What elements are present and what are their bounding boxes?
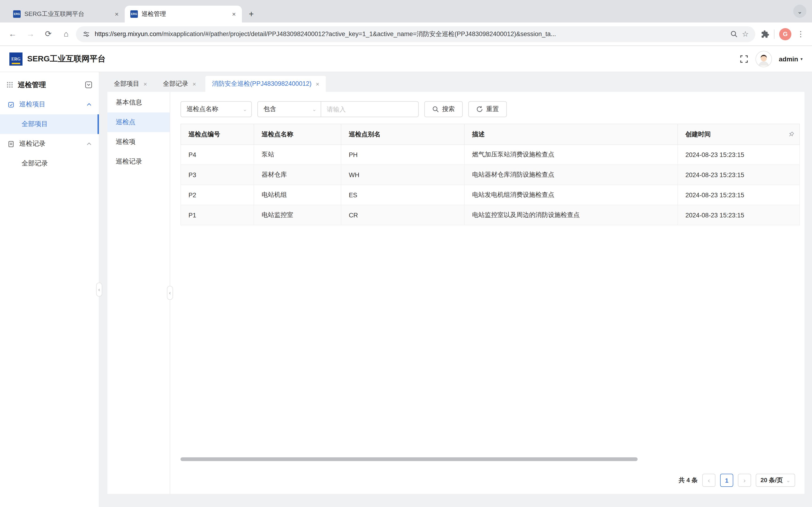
filter-field-value: 巡检点名称 [186,105,218,113]
panel-toggle-icon[interactable] [85,81,92,89]
browser-toolbar: ← → ⟳ ⌂ https://serg.mixyun.com/mixappli… [0,22,812,46]
toolbar-divider [774,29,774,39]
browser-tab-title: 巡检管理 [142,10,226,18]
workspace-tab-label: 全部项目 [114,80,139,88]
user-avatar[interactable] [755,50,772,67]
cell-point-code: P4 [181,145,254,165]
filter-operator-value: 包含 [264,105,276,113]
column-header[interactable]: 巡检点编号 [181,124,254,145]
column-header[interactable]: 描述 [465,124,678,145]
sidebar-collapse-handle[interactable]: ‹ [96,283,102,297]
address-bar[interactable]: https://serg.mixyun.com/mixapplication/#… [76,26,755,42]
cell-point-name: 器材仓库 [254,165,341,185]
lens-search-icon[interactable] [730,31,737,38]
cell-description: 电站发电机组消费设施检查点 [465,185,678,205]
home-icon[interactable]: ⌂ [58,26,74,42]
subnav-item-inspection-items[interactable]: 巡检项 [107,132,170,152]
tab-search-icon[interactable]: ⌄ [793,5,806,18]
fullscreen-icon[interactable] [739,54,749,63]
browser-tab-title: SERG工业互联网平台 [24,10,109,18]
screen: ERG SERG工业互联网平台 × ERG 巡检管理 × + ⌄ ← → ⟳ ⌂… [0,0,812,507]
cell-created-time: 2024-08-23 15:23:15 [678,165,800,185]
url-text[interactable]: https://serg.mixyun.com/mixapplication/#… [95,30,725,38]
search-button-label: 搜索 [442,105,455,113]
admin-menu[interactable]: admin ▾ [779,55,803,63]
browser-menu-icon[interactable]: ⋮ [796,30,805,39]
subnav-item-inspection-points[interactable]: 巡检点 [107,112,170,132]
new-tab-button[interactable]: + [245,7,258,20]
sidebar-group-label: 巡检记录 [19,139,46,148]
sidebar-title: 巡检管理 [18,80,80,89]
extensions-puzzle-icon[interactable] [761,30,769,38]
chevron-up-icon[interactable] [87,103,92,106]
cell-description: 电站器材仓库消防设施检查点 [465,165,678,185]
cell-description: 燃气加压泵站消费设施检查点 [465,145,678,165]
workspace-tab-fire-safety-inspection[interactable]: 消防安全巡检(PPJ4830982400012) × [205,76,326,92]
pin-column-icon[interactable] [788,131,795,138]
table-row[interactable]: P1 电站监控室 CR 电站监控室以及周边的消防设施检查点 2024-08-23… [181,205,800,225]
page-size-select[interactable]: 20 条/页 ⌄ [756,474,795,487]
cell-created-time: 2024-08-23 15:23:15 [678,185,800,205]
pagination: 共 4 条 ‹ 1 › 20 条/页 ⌄ [180,467,800,494]
sidebar-group-inspection-projects[interactable]: 巡检项目 [0,95,99,114]
search-icon [432,106,439,112]
sidebar-group-inspection-records[interactable]: 巡检记录 [0,134,99,154]
subnav-item-basic-info[interactable]: 基本信息 [107,93,170,112]
table-header-row: 巡检点编号 巡检点名称 巡检点别名 描述 创建时间 [181,124,800,145]
cell-point-name: 泵站 [254,145,341,165]
reset-button[interactable]: 重置 [468,101,507,117]
column-header[interactable]: 创建时间 [678,124,800,145]
chevron-down-icon: ⌄ [312,106,317,112]
browser-tab-serg-platform[interactable]: ERG SERG工业互联网平台 × [7,6,125,22]
subnav-collapse-handle[interactable]: ‹ [167,286,173,300]
scrollbar-thumb[interactable] [180,457,637,461]
header-right: admin ▾ [739,50,803,67]
sidebar-group-label: 巡检项目 [19,100,46,109]
table-row[interactable]: P4 泵站 PH 燃气加压泵站消费设施检查点 2024-08-23 15:23:… [181,145,800,165]
sidebar-item-all-projects[interactable]: 全部项目 [0,114,99,134]
subnav-item-inspection-records[interactable]: 巡检记录 [107,152,170,171]
cell-point-code: P1 [181,205,254,225]
back-icon[interactable]: ← [5,26,21,42]
chevron-up-icon[interactable] [87,143,92,145]
table-area: 巡检点编号 巡检点名称 巡检点别名 描述 创建时间 [180,124,800,467]
logo-stripe [12,63,20,64]
cell-point-alias: PH [341,145,465,165]
filter-field-select[interactable]: 巡检点名称 ⌄ [180,101,252,117]
filter-operator-select[interactable]: 包含 ⌄ [257,101,321,117]
tab-close-icon[interactable]: × [144,80,147,88]
tab-close-icon[interactable]: × [112,10,121,18]
prev-page-icon[interactable]: ‹ [702,474,715,487]
site-settings-icon[interactable] [83,30,90,38]
workspace-tab-all-records[interactable]: 全部记录 × [156,76,203,92]
cell-created-time: 2024-08-23 15:23:15 [678,145,800,165]
chevron-down-icon: ⌄ [786,477,791,483]
cell-point-code: P3 [181,165,254,185]
sidebar-header: 巡检管理 [0,75,99,95]
forward-icon[interactable]: → [22,26,39,42]
search-button[interactable]: 搜索 [424,101,463,117]
next-page-icon[interactable]: › [738,474,751,487]
toolbar-right: G ⋮ [757,28,807,40]
column-header[interactable]: 巡检点名称 [254,124,341,145]
tab-close-icon[interactable]: × [193,80,196,88]
filter-keyword-input[interactable] [321,101,419,117]
sidebar-item-label: 全部项目 [21,120,48,128]
reload-icon[interactable]: ⟳ [40,26,56,42]
sidebar-item-all-records[interactable]: 全部记录 [0,154,99,173]
app-header: ERG SERG工业互联网平台 admin ▾ [0,46,812,72]
profile-avatar[interactable]: G [779,28,791,40]
admin-caret-icon: ▾ [801,56,803,61]
current-page-button[interactable]: 1 [720,474,733,487]
table-row[interactable]: P3 器材仓库 WH 电站器材仓库消防设施检查点 2024-08-23 15:2… [181,165,800,185]
browser-tab-inspection[interactable]: ERG 巡检管理 × [125,6,242,22]
horizontal-scrollbar[interactable] [180,457,798,461]
bookmark-star-icon[interactable]: ☆ [742,30,749,39]
tab-close-icon[interactable]: × [316,80,319,88]
tab-close-icon[interactable]: × [230,10,238,18]
table-row[interactable]: P2 电站机组 ES 电站发电机组消费设施检查点 2024-08-23 15:2… [181,185,800,205]
admin-label: admin [779,55,798,63]
pagination-total: 共 4 条 [679,476,698,485]
column-header[interactable]: 巡检点别名 [341,124,465,145]
workspace-tab-all-projects[interactable]: 全部项目 × [107,76,154,92]
